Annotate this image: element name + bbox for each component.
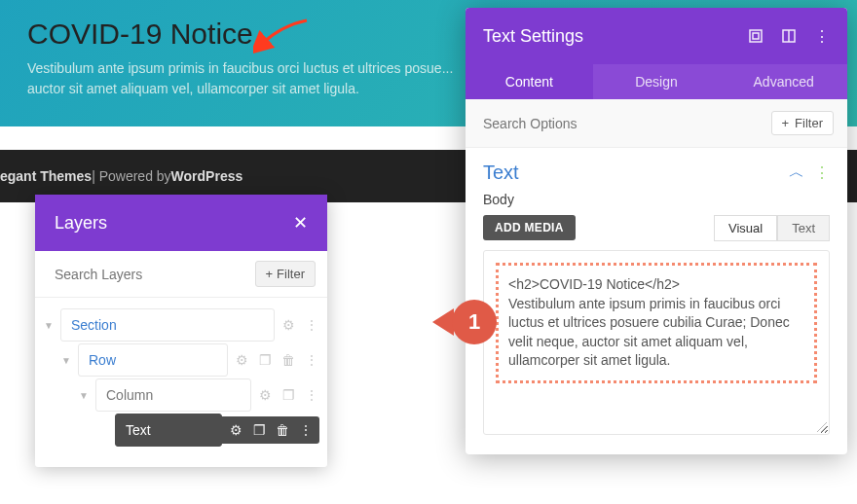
settings-header: Text Settings ⋮ xyxy=(466,8,847,64)
page-body: Vestibulum ante ipsum primis in faucibus… xyxy=(27,58,466,99)
tab-design[interactable]: Design xyxy=(593,64,721,99)
tab-content[interactable]: Content xyxy=(466,64,593,99)
filter-label: Filter xyxy=(277,267,305,281)
gear-icon[interactable]: ⚙ xyxy=(257,387,273,403)
editor-tab-text[interactable]: Text xyxy=(777,215,830,241)
layer-label[interactable]: Row xyxy=(78,343,228,377)
footer-theme: egant Themes xyxy=(0,168,92,184)
trash-icon[interactable]: 🗑 xyxy=(275,422,290,438)
layers-header: Layers ✕ xyxy=(35,195,327,251)
more-icon[interactable]: ⋮ xyxy=(304,387,319,403)
settings-tabs: Content Design Advanced xyxy=(466,64,847,99)
layer-row-row[interactable]: ▼ Row ⚙ ❐ 🗑 ⋮ xyxy=(43,342,319,378)
more-icon[interactable]: ⋮ xyxy=(298,422,314,438)
more-icon[interactable]: ⋮ xyxy=(304,317,319,333)
more-icon[interactable]: ⋮ xyxy=(304,352,319,368)
gear-icon[interactable]: ⚙ xyxy=(280,317,296,333)
more-icon[interactable]: ⋮ xyxy=(814,163,830,182)
text-section-header[interactable]: Text ︿ ⋮ xyxy=(466,148,847,192)
svg-rect-1 xyxy=(753,33,759,39)
settings-filter-button[interactable]: + Filter xyxy=(771,111,834,135)
layers-filter-button[interactable]: + Filter xyxy=(255,261,316,287)
annotation-pointer-icon xyxy=(432,308,454,336)
split-view-icon[interactable] xyxy=(781,28,797,44)
code-editor[interactable]: <h2>COVID-19 Notice</h2> Vestibulum ante… xyxy=(483,250,830,435)
plus-icon: + xyxy=(782,116,790,130)
settings-title: Text Settings xyxy=(483,26,583,47)
annotation-number: 1 xyxy=(452,300,497,344)
gear-icon[interactable]: ⚙ xyxy=(228,422,243,438)
body-label: Body xyxy=(483,192,830,207)
svg-rect-0 xyxy=(750,30,762,42)
caret-down-icon[interactable]: ▼ xyxy=(78,390,90,401)
annotation-callout: 1 xyxy=(432,300,497,344)
more-icon[interactable]: ⋮ xyxy=(814,28,830,44)
expand-icon[interactable] xyxy=(748,28,764,44)
layers-search-input[interactable] xyxy=(55,267,247,282)
layer-column-row[interactable]: ▼ Column ⚙ ❐ ⋮ xyxy=(43,378,319,413)
gear-icon[interactable]: ⚙ xyxy=(234,352,249,368)
layer-text-row[interactable]: Text ⚙ ❐ 🗑 ⋮ xyxy=(43,413,319,448)
settings-search-input[interactable] xyxy=(479,116,771,131)
duplicate-icon[interactable]: ❐ xyxy=(280,387,296,403)
tab-advanced[interactable]: Advanced xyxy=(720,64,847,99)
footer-sep: | Powered by xyxy=(92,168,170,184)
text-settings-panel: Text Settings ⋮ Content Design Advanced … xyxy=(466,8,847,454)
plus-icon: + xyxy=(266,267,274,281)
code-content[interactable]: <h2>COVID-19 Notice</h2> Vestibulum ante… xyxy=(496,263,817,383)
layer-label[interactable]: Section xyxy=(60,308,275,342)
layer-label[interactable]: Text xyxy=(115,414,222,447)
caret-down-icon[interactable]: ▼ xyxy=(43,320,55,331)
duplicate-icon[interactable]: ❐ xyxy=(257,352,273,368)
layer-label[interactable]: Column xyxy=(95,378,251,412)
add-media-button[interactable]: ADD MEDIA xyxy=(483,215,576,240)
layers-panel: Layers ✕ + Filter ▼ Section ⚙ ⋮ ▼ Row ⚙ … xyxy=(35,195,327,467)
chevron-up-icon[interactable]: ︿ xyxy=(789,162,804,183)
filter-label: Filter xyxy=(795,116,823,130)
body-area: Body ADD MEDIA Visual Text <h2>COVID-19 … xyxy=(466,192,847,454)
duplicate-icon[interactable]: ❐ xyxy=(251,422,267,438)
close-icon[interactable]: ✕ xyxy=(293,212,308,234)
footer-platform: WordPress xyxy=(171,168,243,184)
layers-title: Layers xyxy=(55,213,107,234)
red-arrow-annotation xyxy=(253,16,312,54)
section-title: Text xyxy=(483,162,519,184)
layers-tree: ▼ Section ⚙ ⋮ ▼ Row ⚙ ❐ 🗑 ⋮ ▼ Column ⚙ ❐… xyxy=(35,298,327,467)
trash-icon[interactable]: 🗑 xyxy=(280,352,296,368)
layer-section-row[interactable]: ▼ Section ⚙ ⋮ xyxy=(43,307,319,342)
settings-search-row: + Filter xyxy=(466,99,847,148)
editor-tab-visual[interactable]: Visual xyxy=(714,215,777,241)
resize-handle-icon[interactable] xyxy=(817,422,827,432)
caret-down-icon[interactable]: ▼ xyxy=(60,355,72,366)
layers-search-row: + Filter xyxy=(35,251,327,298)
